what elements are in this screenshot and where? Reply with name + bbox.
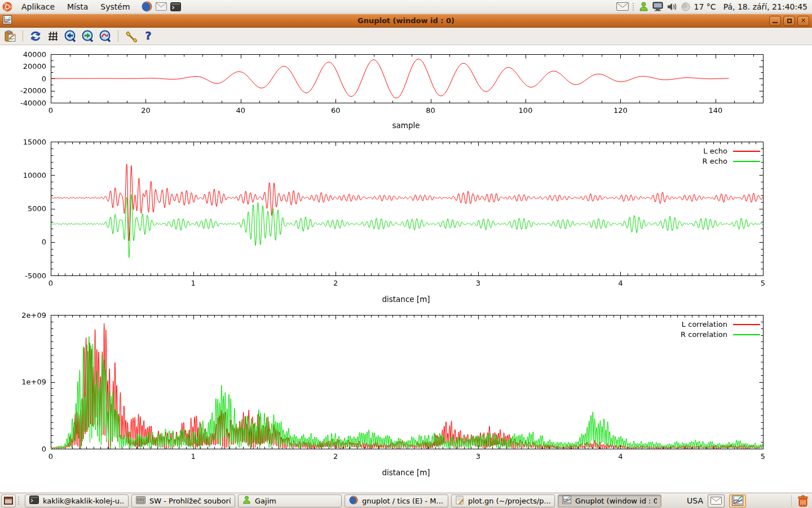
legend-label: L correlation [682, 320, 727, 329]
gnuplot-toolbar: ? [0, 28, 812, 45]
help-icon[interactable]: ? [142, 29, 155, 43]
menu-applications[interactable]: Aplikace [16, 1, 60, 12]
gnome-taskbar: kaklik@kaklik-kolej-u...SW - Prohlížeč s… [0, 493, 812, 508]
taskbar-grip [18, 497, 20, 505]
tray-grip [633, 3, 635, 11]
tray-weather-icon [681, 2, 690, 11]
gajim-icon [242, 496, 251, 506]
copy-to-clipboard-icon[interactable] [3, 29, 17, 43]
taskbar-window-button[interactable]: Gnuplot (window id : 0) [558, 494, 661, 507]
unzoom-icon[interactable] [99, 29, 112, 43]
tray-volume-icon[interactable] [667, 2, 677, 11]
tray-gajim-status-icon[interactable] [639, 2, 648, 11]
editor-icon [456, 496, 464, 506]
taskbar-gnuplot-tray-icon[interactable] [729, 494, 746, 507]
replot-refresh-icon[interactable] [29, 29, 42, 43]
legend-line-sample [733, 151, 760, 152]
mail-launcher-icon[interactable] [156, 2, 167, 11]
gnuplot-window-icon [3, 15, 12, 27]
legend-label: R echo [702, 157, 727, 165]
zoom-next-icon[interactable] [81, 29, 95, 43]
legend-line-sample [733, 334, 760, 335]
taskbar-window-button[interactable]: gnuplot / tics (E) - M... [345, 494, 448, 507]
toolbar-separator [23, 30, 23, 42]
window-minimize-button[interactable] [769, 16, 781, 26]
keyboard-layout-indicator[interactable]: USA [687, 496, 703, 505]
files-icon [136, 496, 145, 506]
legend-entry: L correlation [681, 320, 760, 329]
taskbar-separator [791, 495, 792, 506]
window-maximize-button[interactable] [783, 16, 795, 26]
toggle-grid-icon[interactable] [46, 29, 60, 43]
taskbar-window-label: Gajim [255, 497, 276, 505]
chart3-xlabel: distance [m] [0, 468, 812, 477]
taskbar-window-label: plot.gn (~/projects/p... [468, 497, 550, 505]
legend-line-sample [733, 324, 760, 325]
taskbar-window-button[interactable]: SW - Prohlížeč souborů [131, 494, 235, 507]
firefox-launcher-icon[interactable] [142, 1, 152, 12]
taskbar-window-label: kaklik@kaklik-kolej-u... [43, 497, 124, 505]
terminal-icon [29, 496, 39, 506]
taskbar-window-label: SW - Prohlížeč souborů [149, 497, 231, 505]
legend-label: R correlation [681, 330, 727, 339]
gnuplot-window-titlebar[interactable]: Gnuplot (window id : 0) ✕ [0, 14, 812, 28]
taskbar-window-button[interactable]: kaklik@kaklik-kolej-u... [25, 494, 129, 507]
menu-places[interactable]: Místa [61, 1, 94, 12]
legend-entry: L echo [702, 147, 760, 155]
window-title: Gnuplot (window id : 0) [0, 16, 812, 25]
options-wrench-icon[interactable] [124, 29, 138, 43]
chart2-xlabel: distance [m] [0, 295, 812, 304]
legend-label: L echo [703, 147, 727, 155]
taskbar-window-button[interactable]: Gajim [238, 494, 342, 507]
tray-temperature[interactable]: 17 °C [694, 2, 716, 11]
menu-system[interactable]: Systém [95, 1, 135, 12]
legend-line-sample [733, 161, 760, 162]
ubuntu-logo-icon[interactable] [2, 2, 12, 12]
legend-entry: R echo [702, 157, 760, 165]
show-desktop-button[interactable] [1, 494, 16, 507]
taskbar-window-button[interactable]: plot.gn (~/projects/p... [451, 494, 555, 507]
chart1-xlabel: sample [0, 121, 812, 130]
zoom-previous-icon[interactable] [64, 29, 77, 43]
terminal-launcher-icon[interactable] [170, 2, 181, 11]
gnuplot-icon [562, 496, 571, 506]
legend-entry: R correlation [681, 330, 760, 339]
firefox-icon [349, 496, 358, 506]
taskbar-window-label: gnuplot / tics (E) - M... [362, 497, 443, 505]
gnuplot-plots-canvas[interactable] [0, 45, 812, 492]
tray-display-icon[interactable] [652, 2, 663, 11]
correlation-legend: L correlation R correlation [681, 320, 760, 339]
window-close-button[interactable]: ✕ [797, 16, 809, 26]
gnome-top-panel: Aplikace Místa Systém 17 °C Pá, 18. z [0, 0, 812, 14]
gnuplot-plot-area[interactable]: sample distance [m] distance [m] L echo … [0, 45, 812, 492]
echo-legend: L echo R echo [702, 147, 760, 165]
tray-clock[interactable]: Pá, 18. září, 21:40:45 [723, 2, 807, 11]
svg-text:?: ? [145, 30, 151, 42]
taskbar-window-label: Gnuplot (window id : 0) [575, 497, 657, 505]
tray-mail-icon[interactable] [616, 2, 629, 11]
taskbar-mail-icon[interactable] [708, 494, 725, 507]
trash-icon[interactable] [796, 494, 810, 507]
toolbar-separator [118, 30, 118, 42]
